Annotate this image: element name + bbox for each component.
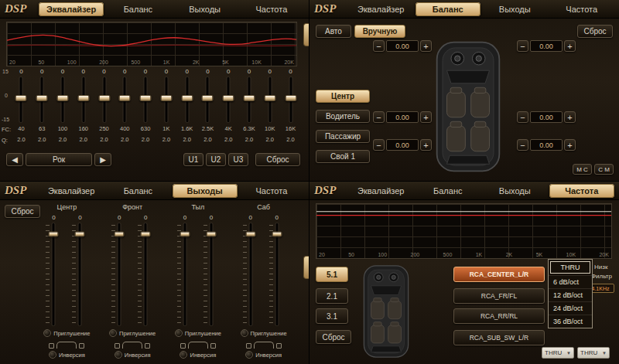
slider-knob[interactable] [36, 95, 48, 101]
slider-knob[interactable] [56, 95, 68, 101]
balance-preset-custom-button[interactable]: Свой 1 [316, 150, 370, 163]
increase-button[interactable]: + [564, 40, 576, 52]
tab-outputs[interactable]: Выходы [173, 184, 238, 198]
invert-toggle[interactable]: Инверсия [115, 350, 151, 359]
decrease-button[interactable]: − [517, 139, 528, 151]
slider-knob[interactable] [77, 95, 89, 101]
mute-checkbox[interactable] [109, 329, 117, 337]
slider-knob[interactable] [245, 232, 255, 237]
slider-knob[interactable] [180, 232, 190, 237]
tab-balance[interactable]: Баланс [105, 2, 170, 16]
dropdown-option-36db[interactable]: 36 dB/oct [549, 315, 592, 328]
eq-band-slider[interactable] [135, 76, 156, 124]
rca-sub-button[interactable]: RCA_SUB_SW_L/R [453, 330, 545, 345]
tab-balance[interactable]: Баланс [105, 184, 170, 198]
dropdown-option-12db[interactable]: 12 dB/oct [549, 288, 592, 301]
mute-toggle[interactable]: Приглушение [43, 328, 90, 338]
output-level-slider[interactable] [111, 222, 127, 327]
preset-display[interactable]: Рок [26, 153, 92, 166]
slider-knob[interactable] [181, 95, 193, 101]
link-channels-toggle[interactable] [180, 339, 216, 349]
rca-front-button[interactable]: RCA_FR/FL [453, 288, 545, 304]
decrease-button[interactable]: − [373, 40, 385, 52]
invert-checkbox[interactable] [180, 351, 187, 359]
balance-preset-driver-button[interactable]: Водитель [316, 110, 370, 123]
increase-button[interactable]: + [420, 111, 432, 123]
balance-manual-button[interactable]: Вручную [354, 25, 405, 38]
eq-band-slider[interactable] [239, 76, 260, 124]
side-pull-handle[interactable] [303, 256, 309, 279]
output-level-slider[interactable] [138, 222, 153, 327]
invert-checkbox[interactable] [245, 351, 253, 359]
mode-5-1-button[interactable]: 5.1 [316, 267, 348, 282]
slider-knob[interactable] [119, 95, 131, 101]
output-level-slider[interactable] [177, 222, 193, 327]
invert-checkbox[interactable] [49, 351, 56, 359]
increase-button[interactable]: + [564, 111, 576, 123]
eq-band-slider[interactable] [280, 76, 301, 124]
slider-knob[interactable] [140, 95, 152, 101]
tab-frequency[interactable]: Частота [549, 2, 615, 16]
eq-band-slider[interactable] [11, 76, 32, 124]
slider-knob[interactable] [202, 95, 214, 101]
tab-balance[interactable]: Баланс [416, 184, 481, 198]
increase-button[interactable]: + [564, 139, 576, 151]
decrease-button[interactable]: − [517, 40, 528, 52]
tab-frequency[interactable]: Частота [239, 184, 304, 198]
increase-button[interactable]: + [420, 40, 432, 52]
slope-select-right[interactable]: THRU▼ [577, 347, 610, 359]
eq-reset-button[interactable]: Сброс [255, 153, 300, 166]
tab-outputs[interactable]: Выходы [482, 184, 548, 198]
rca-rear-button[interactable]: RCA_RR/RL [453, 308, 545, 324]
decrease-button[interactable]: − [517, 111, 528, 123]
slider-knob[interactable] [285, 95, 296, 101]
slider-knob[interactable] [223, 95, 234, 101]
slope-select-left[interactable]: THRU▼ [542, 347, 574, 359]
tab-equalizer[interactable]: Эквалайзер [39, 2, 104, 16]
mode-2-1-button[interactable]: 2.1 [316, 288, 348, 304]
slider-knob[interactable] [160, 95, 172, 101]
dropdown-option-thru[interactable]: THRU [550, 261, 590, 274]
eq-band-slider[interactable] [94, 76, 115, 124]
slider-knob[interactable] [243, 95, 255, 101]
output-level-slider[interactable] [72, 222, 87, 327]
invert-toggle[interactable]: Инверсия [49, 350, 85, 359]
slider-knob[interactable] [98, 95, 110, 101]
user-preset-2-button[interactable]: U2 [206, 153, 226, 166]
eq-band-slider[interactable] [32, 76, 53, 124]
output-level-slider[interactable] [243, 222, 258, 327]
eq-band-slider[interactable] [259, 76, 280, 124]
output-level-slider[interactable] [269, 222, 285, 327]
mute-toggle[interactable]: Приглушение [175, 328, 221, 338]
invert-toggle[interactable]: Инверсия [245, 350, 282, 359]
invert-toggle[interactable]: Инверсия [180, 350, 216, 359]
eq-band-slider[interactable] [218, 76, 239, 124]
invert-checkbox[interactable] [115, 351, 122, 359]
eq-band-slider[interactable] [197, 76, 218, 124]
slider-knob[interactable] [49, 232, 59, 237]
mute-checkbox[interactable] [241, 329, 248, 337]
side-pull-handle[interactable] [303, 23, 309, 46]
tab-outputs[interactable]: Выходы [482, 2, 548, 16]
mute-toggle[interactable]: Приглушение [109, 328, 156, 338]
preset-prev-button[interactable]: ◀ [6, 153, 23, 166]
tab-equalizer[interactable]: Эквалайзер [348, 184, 414, 198]
balance-preset-passenger-button[interactable]: Пассажир [316, 130, 370, 143]
slider-knob[interactable] [272, 232, 282, 237]
rca-center-button[interactable]: RCA_CENTER_L/R [453, 267, 545, 282]
tab-outputs[interactable]: Выходы [173, 2, 238, 16]
user-preset-3-button[interactable]: U3 [228, 153, 248, 166]
eq-band-slider[interactable] [176, 76, 197, 124]
output-level-slider[interactable] [203, 222, 219, 327]
cm-button[interactable]: C M [594, 164, 614, 175]
eq-band-slider[interactable] [115, 76, 135, 124]
balance-auto-button[interactable]: Авто [316, 25, 351, 38]
freq-reset-button[interactable]: Сброс [316, 330, 351, 344]
link-channels-toggle[interactable] [246, 339, 282, 349]
link-channels-toggle[interactable] [49, 339, 84, 349]
preset-next-button[interactable]: ▶ [94, 153, 111, 166]
dropdown-option-6db[interactable]: 6 dB/oct [549, 275, 592, 288]
link-channels-toggle[interactable] [115, 339, 150, 349]
tab-frequency[interactable]: Частота [549, 184, 615, 198]
balance-preset-center-button[interactable]: Центр [316, 90, 370, 103]
